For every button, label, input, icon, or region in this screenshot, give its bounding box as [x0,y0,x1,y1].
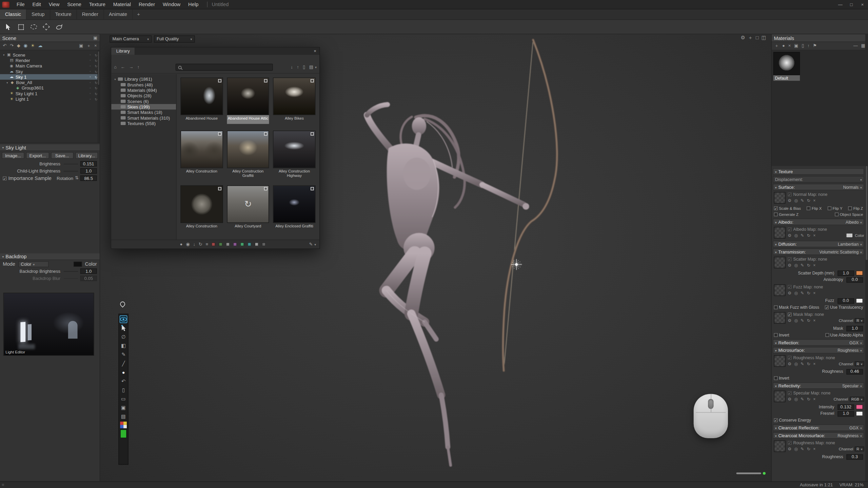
sync-icon[interactable]: ↻ [95,64,97,68]
library-titlebar[interactable]: Library × [111,47,319,55]
palette-swatch[interactable] [219,242,222,246]
viewport-settings-icon[interactable]: ⚙ [741,35,745,40]
horizontal-scrollbar[interactable] [736,472,761,474]
sync-icon[interactable]: ↻ [95,97,97,101]
item-checkbox[interactable] [218,187,221,190]
sync-icon[interactable]: ↻ [95,75,97,79]
menu-texture[interactable]: Texture [85,1,109,8]
tab-texture[interactable]: Texture [50,9,77,19]
map-clear-icon[interactable]: × [813,318,815,323]
map-paint-icon[interactable]: ✎ [801,263,804,268]
trash-icon[interactable]: ▯ [802,44,804,48]
map-settings-icon[interactable]: ⚙ [788,318,791,323]
menu-view[interactable]: View [45,1,63,8]
object-space-checkbox[interactable] [835,212,839,216]
roughness-input[interactable]: 0.46 [846,369,863,374]
map-clear-icon[interactable]: × [813,198,815,203]
item-checkbox[interactable] [218,79,221,82]
folder-scenes[interactable]: Scenes (6) [111,99,176,104]
tree-item-bow-all[interactable]: ▾ ◆ Bow_All ▫↻ [0,80,100,85]
map-settings-icon[interactable]: ⚙ [788,447,791,452]
clearcoat-microsurface-model-select[interactable]: Roughness [837,433,862,438]
sync-icon[interactable]: ↻ [95,58,97,62]
map-settings-icon[interactable]: ⚙ [788,361,791,366]
map-settings-icon[interactable]: ⚙ [788,233,791,238]
add-group-icon[interactable]: ＋ [86,44,91,48]
section-texture[interactable]: ▾Texture [773,168,864,175]
folder-library[interactable]: ▾Library (1861) [111,76,176,82]
tree-item-light-1[interactable]: ☀ Light 1 ▫↻ [0,96,100,102]
viewport-3d[interactable]: Main Camera Full Quality ⚙ ＋ □ ◫ ∅ ◧ ✎ ╱… [100,34,771,481]
tree-item-render[interactable]: ▤ Render ▫↻ [0,58,100,63]
add-material-icon[interactable]: ＋ [774,44,779,48]
quality-select[interactable]: Full Quality [154,35,195,42]
section-reflectivity[interactable]: ▾Reflectivity:Specular [773,382,864,389]
mask-tool-icon[interactable]: ◧ [120,342,127,350]
scatter-map-checkbox[interactable] [788,257,791,261]
viewport-split-icon[interactable]: ◫ [762,35,766,40]
tab-classic[interactable]: Classic [0,9,26,19]
tab-setup[interactable]: Setup [26,9,50,19]
generate-z-checkbox[interactable] [774,212,777,216]
reflectivity-model-select[interactable]: Specular [842,383,862,388]
view-grid-icon[interactable]: ▦ [861,44,865,48]
add-light-icon[interactable]: ☀ [31,44,35,48]
folder-icon[interactable]: ▣ [79,44,83,48]
fuzz-map-slot[interactable] [774,284,785,296]
fuzz-map-checkbox[interactable] [788,285,791,289]
clearcoat-channel-select[interactable]: R [855,447,864,452]
export-material-icon[interactable]: ↑ [807,44,810,48]
add-object-icon[interactable]: ◆ [17,44,20,48]
fresnel-input[interactable]: 1.0 [837,411,854,416]
section-reflection[interactable]: ▾Reflection:GGX [773,339,864,346]
lock-icon[interactable]: ▫ [90,86,91,90]
palette-swatch[interactable] [262,242,266,246]
map-paint-icon[interactable]: ✎ [801,318,804,323]
ellipse-select-icon[interactable] [41,22,51,32]
use-albedo-alpha-checkbox[interactable] [825,333,829,337]
map-clear-icon[interactable]: × [813,447,815,452]
materials-scrollbar[interactable] [865,34,868,481]
library-item-loading[interactable]: ↻ Alley Courtyard [227,185,269,232]
flip-x-checkbox[interactable] [807,206,810,210]
use-translucency-checkbox[interactable] [825,305,829,309]
sort-icon[interactable]: — [853,44,858,48]
camera-select[interactable]: Main Camera [110,35,152,42]
undo-stroke-icon[interactable]: ↶ [120,377,127,385]
lasso-select-icon[interactable] [29,22,38,32]
list-view-icon[interactable]: ≡ [206,242,209,246]
refresh-icon[interactable]: ↻ [199,242,202,246]
sync-icon[interactable]: ↻ [95,92,97,95]
forward-icon[interactable]: → [129,65,133,69]
map-picker-icon[interactable]: ◎ [794,361,798,366]
map-reload-icon[interactable]: ↻ [807,447,810,452]
home-icon[interactable]: ⌂ [114,65,117,69]
map-reload-icon[interactable]: ↻ [807,198,810,203]
import-icon[interactable]: ↓ [291,65,293,69]
section-microsurface[interactable]: ▾Microsurface:Roughness [773,347,864,354]
undo-icon[interactable]: ↶ [3,44,6,48]
folder-skies[interactable]: Skies (199) [111,104,176,109]
conserve-energy-checkbox[interactable] [774,418,777,422]
tree-item-sky[interactable]: ☁ Sky ▫↻ [0,68,100,74]
paint-color-swatches[interactable] [120,422,127,428]
intensity-color-swatch[interactable] [856,404,863,409]
ignore-backfaces-icon[interactable]: ∅ [120,333,127,341]
transmission-model-select[interactable]: Volumetric Scattering [820,249,862,255]
albedo-color-swatch[interactable] [846,233,853,238]
map-paint-icon[interactable]: ✎ [801,290,804,296]
microsurface-model-select[interactable]: Roughness [837,348,862,353]
diffusion-model-select[interactable]: Lambertian [838,242,862,247]
folder-brushes[interactable]: Brushes (48) [111,82,176,87]
clearcoat-reflection-model-select[interactable]: GGX [849,425,862,430]
trash-icon[interactable]: ▯ [303,65,305,69]
cursor-tool-icon[interactable] [120,324,127,332]
up-icon[interactable]: ↑ [137,65,140,69]
viewport-maximize-icon[interactable]: □ [756,35,759,40]
map-picker-icon[interactable]: ◎ [794,233,798,238]
palette-swatch[interactable] [255,242,258,246]
folder-smart-masks[interactable]: Smart Masks (18) [111,109,176,115]
map-picker-icon[interactable]: ◎ [794,447,798,452]
sphere-preview-icon[interactable]: ● [180,242,183,246]
delete-item-icon[interactable]: × [94,44,97,48]
